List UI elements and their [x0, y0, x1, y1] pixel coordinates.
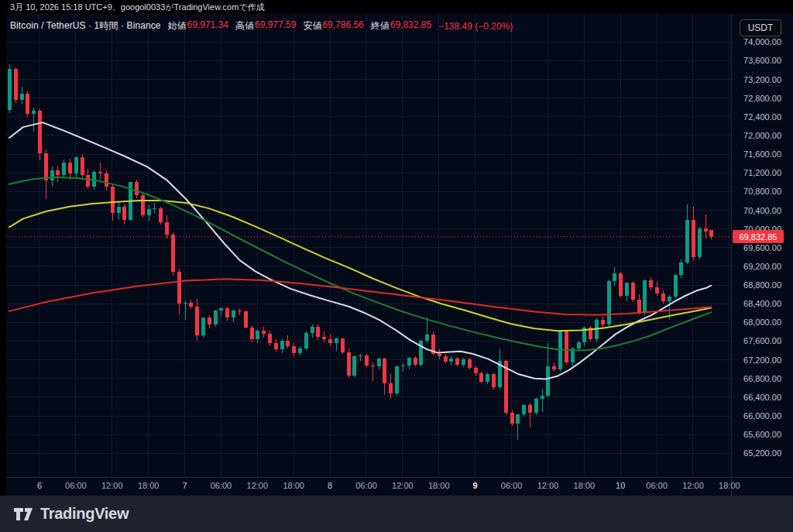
candle[interactable] [589, 326, 592, 342]
symbol-title[interactable]: Bitcoin / TetherUS · 1時間 · Binance [10, 19, 161, 33]
candle[interactable] [674, 274, 678, 300]
candle[interactable] [698, 227, 702, 260]
candle-body [8, 69, 12, 109]
candle[interactable] [214, 310, 218, 327]
candle-body [613, 273, 616, 281]
candle[interactable] [395, 366, 399, 396]
candle[interactable] [171, 232, 175, 276]
candle-body [668, 297, 671, 301]
candle-body [341, 338, 345, 352]
candle[interactable] [631, 281, 635, 302]
candle[interactable] [565, 331, 568, 365]
candle-body [201, 317, 205, 335]
candle[interactable] [643, 280, 647, 315]
symbol-header[interactable]: Bitcoin / TetherUS · 1時間 · Binance 始値 69… [10, 19, 513, 33]
candle-body [141, 195, 145, 215]
candle-body [32, 111, 36, 114]
candle-body [577, 342, 581, 348]
candle-body [50, 170, 54, 180]
candle[interactable] [534, 397, 538, 415]
candle-body [444, 356, 448, 362]
ohlc-high: 高値 69,977.59 [235, 19, 296, 33]
y-axis-label: 69,200.00 [743, 262, 781, 271]
candle-body [244, 311, 248, 328]
x-axis-label: 12:00 [247, 481, 269, 490]
candle-body [516, 414, 520, 423]
candle-body [214, 311, 218, 325]
candle-body [365, 355, 369, 366]
candle-body [383, 359, 386, 383]
candle-body [468, 359, 472, 368]
candle[interactable] [341, 338, 345, 354]
y-axis-label: 72,000.00 [743, 131, 781, 140]
candle-body [304, 333, 308, 348]
y-axis-label: 72,400.00 [743, 112, 781, 122]
candle-body [522, 405, 526, 414]
candle[interactable] [38, 109, 42, 160]
current-price-label: 69,832.85 [733, 230, 784, 243]
tradingview-snapshot: 3月 10, 2026 15:18 UTC+9、googol0033がTradi… [0, 0, 793, 532]
candle-body [286, 341, 290, 345]
candle[interactable] [244, 311, 248, 329]
candle-body [238, 311, 242, 311]
y-axis-label: 66,800.00 [743, 374, 781, 383]
candle-body [601, 320, 605, 324]
candle[interactable] [492, 372, 496, 390]
candle-body [328, 339, 332, 343]
y-axis-label: 67,200.00 [743, 355, 781, 365]
candle-body [649, 280, 653, 287]
candle[interactable] [8, 64, 12, 113]
y-axis-label: 70,800.00 [743, 187, 781, 196]
candle[interactable] [14, 67, 18, 102]
candle-body [359, 355, 362, 357]
candle-body [122, 207, 126, 220]
candle[interactable] [347, 348, 351, 377]
ohlc-close: 終値 69,832.85 [371, 19, 431, 33]
y-axis-label: 73,200.00 [743, 75, 781, 84]
candle-body [352, 356, 356, 375]
candle-body [250, 328, 254, 339]
candle[interactable] [159, 207, 163, 225]
y-axis-label: 68,400.00 [743, 299, 781, 308]
candle-body [225, 308, 229, 317]
candle-body [177, 272, 181, 304]
candle-body [510, 413, 514, 423]
candle[interactable] [619, 272, 623, 298]
x-axis-label: 7 [182, 481, 187, 490]
price-axis[interactable]: 74,000.0073,600.0073,200.0072,800.0072,4… [743, 37, 781, 458]
y-axis-label: 65,600.00 [743, 430, 781, 439]
y-axis-label: 71,200.00 [743, 168, 781, 177]
candle[interactable] [26, 91, 29, 117]
candle-body [292, 346, 296, 353]
ohlc-low: 安値 69,786.56 [303, 19, 363, 33]
x-axis-label: 18:00 [283, 481, 304, 490]
candle-body [698, 228, 702, 257]
y-axis-label: 73,600.00 [743, 56, 781, 65]
candle[interactable] [141, 194, 145, 218]
candle-body [117, 207, 121, 213]
candle-body [274, 343, 278, 348]
candle-body [625, 283, 629, 296]
candle[interactable] [365, 354, 369, 367]
x-axis-label: 06:00 [211, 481, 232, 490]
candle[interactable] [607, 280, 611, 327]
candle[interactable] [352, 355, 356, 377]
tradingview-logo-icon[interactable] [13, 505, 33, 523]
candle[interactable] [201, 317, 205, 338]
tradingview-logo-text[interactable]: TradingView [40, 505, 129, 523]
y-axis-label: 68,800.00 [743, 280, 781, 290]
ohlc-open: 始値 69,971.34 [168, 19, 228, 33]
currency-toggle-button[interactable]: USDT [740, 19, 781, 36]
candle[interactable] [558, 331, 562, 371]
x-axis-label: 18:00 [138, 481, 160, 490]
candle[interactable] [419, 340, 423, 366]
x-axis-label: 12:00 [101, 481, 123, 490]
candle-body [184, 303, 187, 304]
candle[interactable] [304, 331, 308, 350]
price-chart-pane[interactable]: 74,000.0073,600.0073,200.0072,800.0072,4… [0, 0, 793, 532]
candle-body [68, 163, 72, 173]
candle-body [619, 273, 623, 296]
candle-body [377, 359, 381, 366]
y-axis-label: 67,600.00 [743, 336, 781, 345]
x-axis-label: 12:00 [537, 481, 559, 490]
